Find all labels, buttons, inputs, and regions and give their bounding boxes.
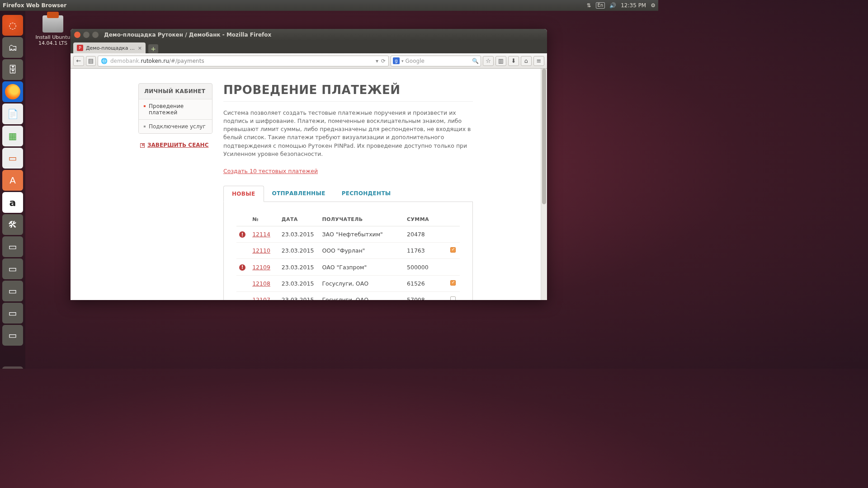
search-engine-dropdown-icon[interactable]: ▾ [401,59,404,63]
payment-recipient: ОАО "Газпром" [319,259,404,276]
payment-date: 23.03.2015 [279,243,320,259]
row-checkbox[interactable] [450,247,456,253]
payment-number-link[interactable]: 12107 [252,296,270,300]
payment-date: 23.03.2015 [279,226,320,243]
payment-number-link[interactable]: 12109 [252,264,270,271]
page-viewport: ЛИЧНЫЙ КАБИНЕТ Проведение платежей Подкл… [71,69,547,300]
install-ubuntu-desktop-icon[interactable]: Install Ubuntu 14.04.1 LTS [33,15,73,46]
page-description: Система позволяет создать тестовые плате… [223,109,473,158]
search-bar[interactable]: g ▾ Google 🔍 [391,56,481,66]
payment-number-link[interactable]: 12110 [252,247,270,254]
account-sidebar: ЛИЧНЫЙ КАБИНЕТ Проведение платежей Подкл… [138,83,212,148]
tab-respondents[interactable]: РЕСПОНДЕНТЫ [334,186,399,202]
tab-new[interactable]: НОВЫЕ [223,186,264,202]
trash-icon[interactable]: 🗑 [2,366,23,369]
tab-close-icon[interactable]: × [138,45,142,51]
payments-table: № ДАТА ПОЛУЧАТЕЛЬ СУММА !1211423.03.2015… [236,213,460,300]
table-row: 1211023.03.2015ООО "Фурлан"11763 [236,243,460,259]
clock-label[interactable]: 12:35 PM [621,2,646,9]
table-row: !1211423.03.2015ЗАО "Нефтебытхим"20478 [236,226,460,243]
payments-table-container: № ДАТА ПОЛУЧАТЕЛЬ СУММА !1211423.03.2015… [223,202,473,300]
nautilus-files-icon-2[interactable]: 🗄 [2,59,23,80]
sound-indicator-icon[interactable]: 🔊 [609,2,616,9]
libreoffice-calc-icon[interactable]: ▦ [2,126,23,146]
payment-recipient: Госуслуги, ОАО [319,291,404,300]
scrollbar-thumb[interactable] [542,69,546,204]
firefox-icon[interactable] [2,81,23,102]
ubuntu-software-icon[interactable]: A [2,170,23,191]
browser-tab[interactable]: Р Демо-площадка Ру... × [73,42,146,53]
search-engine-icon[interactable]: g [393,57,400,64]
dash-home-icon[interactable]: ◌ [2,15,23,36]
mounted-drive-icon[interactable]: ▭ [2,236,23,257]
payment-date: 23.03.2015 [279,275,320,291]
payment-recipient: Госуслуги, ОАО [319,275,404,291]
system-settings-icon[interactable]: 🛠 [2,214,23,235]
logout-link[interactable]: ЗАВЕРШИТЬ СЕАНС [138,142,212,148]
payments-tabs: НОВЫЕ ОТПРАВЛЕННЫЕ РЕСПОНДЕНТЫ [223,186,473,202]
payment-date: 23.03.2015 [279,291,320,300]
payment-date: 23.03.2015 [279,259,320,276]
search-placeholder: Google [406,58,472,64]
sidebar-title: ЛИЧНЫЙ КАБИНЕТ [139,84,212,99]
page-scrollbar[interactable] [541,69,547,300]
tab-sent[interactable]: ОТПРАВЛЕННЫЕ [264,186,334,202]
table-row: 1210723.03.2015Госуслуги, ОАО57008 [236,291,460,300]
payment-sum: 57008 [404,291,447,300]
warning-icon: ! [239,231,245,238]
active-app-label: Firefox Web Browser [3,2,66,9]
window-title: Демо-площадка Рутокен / Демобанк - Mozil… [104,32,271,38]
sidebar-item-services[interactable]: Подключение услуг [139,119,212,133]
search-go-icon[interactable]: 🔍 [472,58,479,64]
new-tab-button[interactable]: + [148,44,158,53]
payment-number-link[interactable]: 12114 [252,231,270,238]
dropdown-history-icon[interactable]: ▾ [373,58,378,64]
window-minimize-button[interactable] [83,32,90,38]
table-row: !1210923.03.2015ОАО "Газпром"500000 [236,259,460,276]
payment-sum: 20478 [404,226,447,243]
warning-icon: ! [239,264,245,271]
col-header-sum: СУММА [404,213,447,226]
logout-icon [140,143,145,148]
window-maximize-button[interactable] [92,32,99,38]
nav-back-button[interactable]: ← [73,56,84,66]
table-header-row: № ДАТА ПОЛУЧАТЕЛЬ СУММА [236,213,460,226]
mounted-drive-icon[interactable]: ▭ [2,325,23,346]
payment-number-link[interactable]: 12108 [252,280,270,287]
amazon-icon[interactable]: a [2,192,23,213]
session-gear-icon[interactable]: ⚙ [651,2,656,9]
mounted-drive-icon[interactable]: ▭ [2,303,23,324]
payment-recipient: ООО "Фурлан" [319,243,404,259]
row-checkbox[interactable] [450,280,456,286]
sidebar-item-payments[interactable]: Проведение платежей [139,99,212,119]
url-bar[interactable]: 🌐 demobank.demobank.rutoken.rurutoken.ru… [98,56,389,66]
main-content: ПРОВЕДЕНИЕ ПЛАТЕЖЕЙ Система позволяет со… [223,83,473,300]
home-icon[interactable]: ⌂ [521,56,532,66]
desktop-icon-sublabel: 14.04.1 LTS [33,40,73,46]
mounted-drive-icon[interactable]: ▭ [2,258,23,279]
col-header-number: № [250,213,279,226]
downloads-icon[interactable]: ⬇ [508,56,519,66]
hamburger-menu-icon[interactable]: ≡ [533,56,544,66]
tab-label: Демо-площадка Ру... [86,45,135,51]
keyboard-layout-indicator[interactable]: En [596,2,605,9]
nautilus-files-icon[interactable]: 🗂 [2,37,23,58]
desktop-icon-label: Install Ubuntu [33,34,73,40]
readermode-icon[interactable]: ▤ [86,56,96,66]
system-top-panel: Firefox Web Browser ⇅ En 🔊 12:35 PM ⚙ [0,0,658,11]
mounted-drive-icon[interactable]: ▭ [2,281,23,301]
table-row: 1210823.03.2015Госуслуги, ОАО61526 [236,275,460,291]
window-titlebar[interactable]: Демо-площадка Рутокен / Демобанк - Mozil… [71,29,547,41]
reload-icon[interactable]: ⟳ [381,58,386,64]
libreoffice-impress-icon[interactable]: ▭ [2,148,23,169]
row-checkbox[interactable] [450,296,456,300]
window-close-button[interactable] [74,32,80,38]
col-header-date: ДАТА [279,213,320,226]
bookmarks-list-icon[interactable]: ▥ [495,56,506,66]
libreoffice-writer-icon[interactable]: 📄 [2,103,23,124]
browser-navbar: ← ▤ 🌐 demobank.demobank.rutoken.rurutoke… [71,53,547,69]
create-test-payments-link[interactable]: Создать 10 тестовых платежей [223,168,318,174]
network-indicator-icon[interactable]: ⇅ [587,2,591,9]
bookmark-star-icon[interactable]: ☆ [483,56,494,66]
site-identity-icon[interactable]: 🌐 [101,58,108,64]
